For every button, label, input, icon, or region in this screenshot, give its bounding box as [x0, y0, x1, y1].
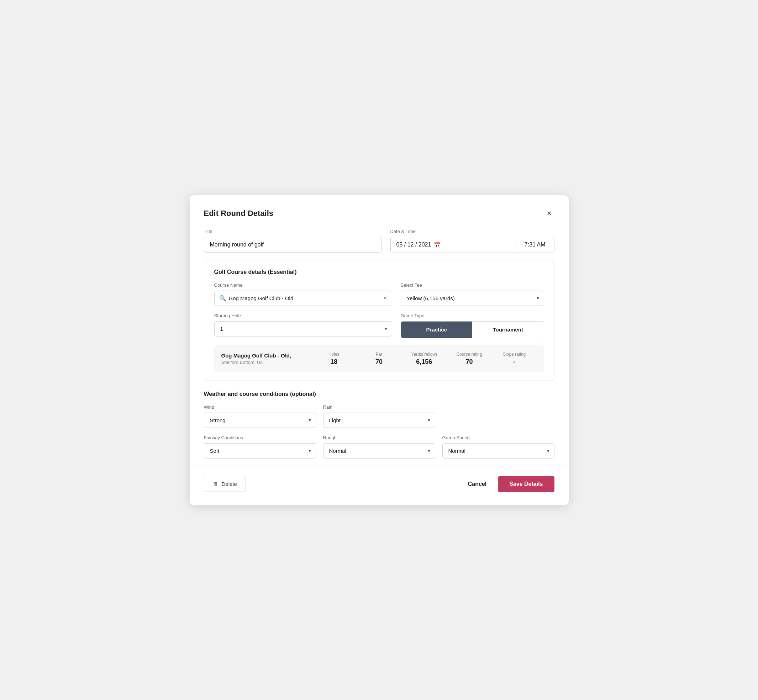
yards-stat: Yards(Yellow) 6,156 — [401, 352, 446, 366]
trash-icon: 🗑 — [213, 481, 218, 487]
rough-label: Rough — [323, 435, 435, 441]
starting-hole-gametype-row: Starting Hole 1 ▾ Game Type Practice Tou… — [214, 313, 544, 338]
course-search-wrap: 🔍 × — [214, 291, 392, 306]
green-speed-select[interactable]: Normal — [442, 443, 554, 458]
starting-hole-select[interactable]: 1 — [214, 321, 392, 336]
footer-right-actions: Cancel Save Details — [462, 476, 554, 492]
close-button[interactable]: × — [544, 208, 554, 219]
course-name-input[interactable] — [214, 291, 392, 306]
wind-label: Wind — [204, 405, 316, 410]
select-tee-label: Select Tee — [401, 283, 544, 288]
rain-label: Rain — [323, 405, 435, 410]
course-info-box: Gog Magog Golf Club - Old, Shelford Bott… — [214, 345, 544, 372]
golf-section-title: Golf Course details (Essential) — [214, 269, 544, 275]
course-rating-value: 70 — [446, 358, 492, 366]
course-info-location: Shelford Bottom, UK — [221, 359, 312, 365]
starting-hole-wrap: 1 ▾ — [214, 321, 392, 336]
weather-section-title: Weather and course conditions (optional) — [204, 391, 554, 397]
wind-select[interactable]: Strong — [204, 412, 316, 428]
fairway-select[interactable]: Soft — [204, 443, 316, 458]
save-button[interactable]: Save Details — [498, 476, 554, 492]
select-tee-wrap: Yellow (6,156 yards) ▾ — [401, 291, 544, 306]
rough-select[interactable]: Normal — [323, 443, 435, 458]
tournament-button[interactable]: Tournament — [472, 322, 544, 338]
golf-course-section: Golf Course details (Essential) Course N… — [204, 260, 554, 381]
rough-group: Rough Normal ▾ — [323, 435, 435, 458]
fairway-rough-green-row: Fairway Conditions Soft ▾ Rough Normal ▾ — [204, 435, 554, 458]
green-speed-group: Green Speed Normal ▾ — [442, 435, 554, 458]
course-name-group: Course Name 🔍 × — [214, 283, 392, 306]
footer-row: 🗑 Delete Cancel Save Details — [204, 476, 554, 492]
wind-group: Wind Strong ▾ — [204, 405, 316, 428]
select-tee-input[interactable]: Yellow (6,156 yards) — [401, 291, 544, 306]
game-type-group: Game Type Practice Tournament — [401, 313, 544, 338]
rain-group: Rain Light ▾ — [323, 405, 435, 428]
title-field-group: Title — [204, 229, 382, 253]
fairway-label: Fairway Conditions — [204, 435, 316, 441]
green-speed-label: Green Speed — [442, 435, 554, 441]
cancel-button[interactable]: Cancel — [462, 476, 492, 492]
select-tee-group: Select Tee Yellow (6,156 yards) ▾ — [401, 283, 544, 306]
course-rating-stat: Course rating 70 — [446, 352, 492, 366]
starting-hole-label: Starting Hole — [214, 313, 392, 318]
par-value: 70 — [357, 358, 402, 366]
holes-value: 18 — [312, 358, 357, 366]
wind-rain-row: Wind Strong ▾ Rain Light ▾ — [204, 405, 554, 428]
fairway-wrap: Soft ▾ — [204, 443, 316, 458]
course-info-course-name: Gog Magog Golf Club - Old, — [221, 353, 312, 359]
game-type-toggle: Practice Tournament — [401, 321, 544, 338]
yards-label: Yards(Yellow) — [401, 352, 446, 357]
date-value: 05 / 12 / 2021 — [396, 242, 431, 248]
datetime-field-group: Date & Time 05 / 12 / 2021 📅 7:31 AM — [390, 229, 554, 253]
slope-rating-value: - — [492, 358, 537, 366]
rough-wrap: Normal ▾ — [323, 443, 435, 458]
weather-section: Weather and course conditions (optional)… — [204, 391, 554, 458]
par-stat: Par 70 — [357, 352, 402, 366]
holes-stat: Holes 18 — [312, 352, 357, 366]
holes-label: Holes — [312, 352, 357, 357]
practice-button[interactable]: Practice — [401, 322, 473, 338]
edit-round-modal: Edit Round Details × Title Date & Time 0… — [190, 195, 568, 505]
rain-wrap: Light ▾ — [323, 412, 435, 428]
course-rating-label: Course rating — [446, 352, 492, 357]
course-tee-row: Course Name 🔍 × Select Tee Yellow (6,156… — [214, 283, 544, 306]
green-speed-wrap: Normal ▾ — [442, 443, 554, 458]
footer-divider — [190, 466, 568, 466]
delete-button[interactable]: 🗑 Delete — [204, 476, 246, 492]
starting-hole-group: Starting Hole 1 ▾ — [214, 313, 392, 336]
date-time-group: 05 / 12 / 2021 📅 7:31 AM — [390, 237, 554, 253]
modal-header: Edit Round Details × — [204, 208, 554, 219]
delete-label: Delete — [222, 481, 237, 487]
search-icon: 🔍 — [219, 295, 226, 302]
course-name-label: Course Name — [214, 283, 392, 288]
par-label: Par — [357, 352, 402, 357]
title-input[interactable] — [204, 237, 382, 253]
time-part[interactable]: 7:31 AM — [516, 237, 554, 253]
slope-rating-stat: Slope rating - — [492, 352, 537, 366]
datetime-label: Date & Time — [390, 229, 554, 234]
clear-icon[interactable]: × — [383, 295, 387, 302]
fairway-group: Fairway Conditions Soft ▾ — [204, 435, 316, 458]
wind-wrap: Strong ▾ — [204, 412, 316, 428]
modal-title: Edit Round Details — [204, 209, 274, 218]
game-type-label: Game Type — [401, 313, 544, 318]
slope-rating-label: Slope rating — [492, 352, 537, 357]
rain-select[interactable]: Light — [323, 412, 435, 428]
date-part[interactable]: 05 / 12 / 2021 📅 — [391, 237, 516, 253]
calendar-icon: 📅 — [434, 242, 441, 248]
time-value: 7:31 AM — [525, 242, 545, 248]
yards-value: 6,156 — [401, 358, 446, 366]
title-label: Title — [204, 229, 382, 234]
title-datetime-row: Title Date & Time 05 / 12 / 2021 📅 7:31 … — [204, 229, 554, 253]
course-info-name: Gog Magog Golf Club - Old, Shelford Bott… — [221, 353, 312, 365]
